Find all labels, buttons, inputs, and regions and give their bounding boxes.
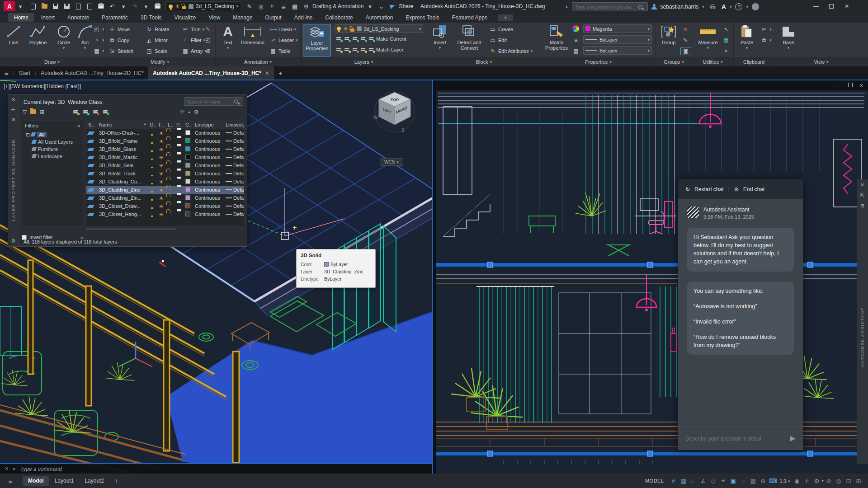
panel-modify[interactable]: Modify▾ (104, 57, 215, 66)
panel-annotation[interactable]: Annotation▾ (216, 57, 300, 66)
file-tab-start[interactable]: Start (14, 70, 35, 76)
signed-in-user[interactable]: sebastian.harris (660, 4, 699, 10)
layout1-tab[interactable]: Layout1 (49, 476, 80, 486)
new-layout-icon[interactable]: + (109, 475, 124, 486)
restart-chat-button[interactable]: Restart chat (694, 186, 724, 192)
lineweight-combo[interactable]: ByLayer ▾ (583, 35, 652, 44)
suggestion-3[interactable]: “How do I remove unused blocks from my d… (693, 333, 788, 349)
leader-button[interactable]: ↗Leader▾ (269, 37, 298, 43)
dimension-button[interactable]: Dimension (239, 24, 267, 45)
clean-screen-icon[interactable]: ⊞ (854, 478, 863, 484)
annotation-visibility-icon[interactable]: ◉ (792, 478, 802, 484)
new-file-button[interactable] (28, 1, 38, 11)
layer-thaw-all-icon[interactable] (344, 47, 350, 52)
help-icon[interactable]: ? (735, 3, 742, 10)
palette-autohide-icon[interactable]: ⇤ (11, 107, 15, 113)
layer-unlock-tool-icon[interactable] (360, 47, 366, 52)
model-space-label[interactable]: MODEL (645, 478, 664, 483)
snap-icon[interactable]: ▦ (679, 478, 689, 484)
panel-block[interactable]: Block▾ (427, 57, 541, 66)
layer-walk-icon[interactable]: ◎ (256, 1, 266, 11)
layer-row[interactable]: 3D_Closet_Draw...☀ContinuousDefa. (86, 202, 244, 211)
lineweight-icon[interactable]: ≡ (572, 37, 580, 43)
share-button[interactable]: Share (399, 3, 413, 9)
undo-button[interactable]: ↶ (107, 1, 117, 11)
layer-search[interactable] (184, 97, 243, 106)
autodesk-access-icon[interactable]: A (722, 3, 726, 10)
line-button[interactable]: Line (4, 24, 24, 45)
tab-home[interactable]: Home (8, 13, 34, 22)
object-snap-icon[interactable]: ▣ (728, 478, 738, 484)
command-close-icon[interactable]: ✕ (5, 466, 9, 472)
workspace-dropdown-icon[interactable]: ▾ (365, 1, 375, 11)
layer-off-icon[interactable] (352, 37, 358, 41)
suggestion-2[interactable]: “Invalid file error” (693, 318, 788, 326)
rotate-button[interactable]: ↻Rotate (146, 26, 169, 33)
table-button[interactable]: ▦Table (269, 48, 290, 54)
selection-cycling-icon[interactable]: ⊕ (758, 478, 768, 484)
save-button[interactable] (51, 1, 61, 11)
tab-annotate[interactable]: Annotate (61, 13, 95, 22)
autocad-logo[interactable]: A (4, 1, 15, 11)
group-edit-button[interactable]: ✎ (682, 37, 689, 43)
layer-list-header[interactable]: S.. Name ▲ O. F.. L.. P.. C.. Linetype L… (86, 121, 244, 129)
viewport-divider[interactable] (432, 80, 436, 474)
close-button[interactable]: ✕ (839, 0, 854, 13)
ellipse-tool[interactable]: ◔▾ (93, 37, 104, 43)
panel-properties[interactable]: Properties▾ (541, 57, 656, 66)
isolate-objects-icon[interactable]: ◎ (834, 478, 844, 484)
second-window-minimize-icon[interactable]: — (835, 83, 844, 88)
layer-row[interactable]: 3D_Bifold_Glass☀ContinuousDefa. (86, 145, 244, 154)
new-drawing-tab-icon[interactable]: + (274, 69, 287, 77)
assistant-popout-icon[interactable]: ⇱ (860, 192, 864, 198)
pause-icon[interactable]: ▪ (188, 109, 190, 115)
viewport-controls-label[interactable]: [+][SW Isometric][Hidden (Fast)] (4, 83, 81, 89)
trim-button[interactable]: ✂Trim▾ (182, 26, 204, 33)
help-search-input[interactable] (575, 4, 638, 9)
paste-button[interactable]: Paste▾ (737, 24, 757, 50)
panel-groups[interactable]: Groups▾ (656, 57, 692, 66)
group-selection-toggle[interactable]: ▣ (680, 47, 691, 55)
mirror-button[interactable]: ◭Mirror (146, 37, 168, 43)
text-button[interactable]: A Text▾ (219, 24, 237, 50)
tab-featured-apps[interactable]: Featured Apps (446, 13, 493, 22)
cut-button[interactable]: ✂▾ (760, 26, 772, 33)
polyline-button[interactable]: Polyline (25, 24, 51, 45)
edit-attributes-button[interactable]: ✎Edit Attributes▾ (489, 48, 533, 54)
circle-button[interactable]: Circle▾ (53, 24, 74, 50)
command-recent-icon[interactable]: ▸ (13, 466, 16, 472)
tab-3d-tools[interactable]: 3D Tools (135, 13, 167, 22)
layer-row[interactable]: 3D_Cladding_Co...☀ContinuousDefa. (86, 178, 244, 186)
layer-combo[interactable]: ☀ 3d_LS_Decking ▾ (335, 24, 423, 33)
layer-row[interactable]: 3D_Closet_Hang...☀ContinuousDefa. (86, 211, 244, 219)
end-chat-icon[interactable]: ⊗ (734, 186, 739, 192)
group-button[interactable]: Group (658, 24, 679, 45)
ortho-icon[interactable]: ∟ (689, 478, 698, 484)
stretch-button[interactable]: ⇲Stretch (108, 48, 133, 54)
horizontal-scrollbar[interactable] (86, 228, 176, 230)
command-input[interactable]: Type a command (20, 466, 62, 472)
layer-row-selected[interactable]: 3D_Cladding_Zinc☀ContinuousDefa. (86, 186, 244, 194)
measure-button[interactable]: Measure▾ (696, 24, 720, 50)
match-properties-button[interactable]: Match Properties (543, 24, 570, 51)
wcs-dropdown[interactable]: WCS▾ (380, 158, 403, 166)
layer-on-all-icon[interactable] (352, 47, 358, 52)
assistant-dock-icon[interactable]: ⊞ (860, 203, 864, 209)
layer-edit-icon[interactable]: ✎ (245, 1, 255, 11)
file-tab-close-icon[interactable]: ✕ (265, 70, 269, 76)
help-search[interactable] (572, 2, 648, 11)
qat-customize-icon[interactable]: ⌄ (376, 1, 386, 11)
palette-properties-icon[interactable]: ⊛ (11, 117, 15, 122)
panel-layers[interactable]: Layers▾ (301, 57, 427, 66)
copy-button[interactable]: ⧉Copy (108, 37, 129, 43)
redo-dropdown-icon[interactable]: ▾ (141, 1, 151, 11)
search-icon[interactable] (638, 5, 642, 9)
rectangle-tool[interactable]: ◰▾ (93, 26, 104, 33)
viewcube[interactable]: TOP FRONT LEFT W S (370, 85, 420, 135)
isodraft-icon[interactable]: ◇ (708, 478, 718, 484)
layer-lock-tool-icon[interactable] (360, 37, 366, 41)
layer-states-icon[interactable]: ⊞ (40, 109, 44, 115)
plot-button[interactable] (96, 1, 106, 11)
annotation-scale[interactable]: 1:1 ▾ (780, 478, 790, 483)
tab-parametric[interactable]: Parametric (96, 13, 134, 22)
